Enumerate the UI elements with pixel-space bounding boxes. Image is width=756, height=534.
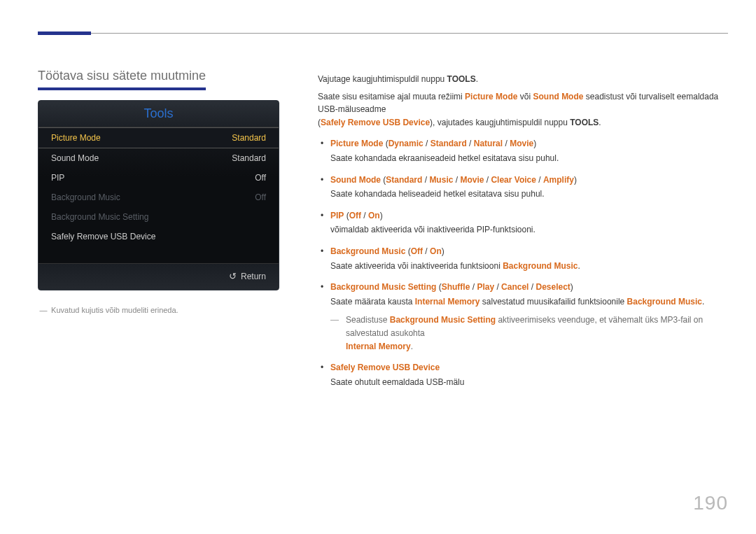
caption-text: Kuvatud kujutis võib mudeliti erineda. (51, 306, 178, 314)
section-title: Töötava sisu sätete muutmine (38, 69, 206, 90)
menu-row-label: PIP (51, 173, 64, 183)
return-icon: ↻ (229, 271, 237, 281)
right-column: Vajutage kaugjuhtimispuldil nuppu TOOLS.… (318, 73, 728, 388)
menu-row-label: Background Music (51, 192, 120, 202)
menu-row-value: Standard (232, 153, 266, 163)
panel-footer: ↻ Return (38, 263, 279, 290)
tools-panel: Tools Picture Mode Standard Sound Mode S… (38, 100, 279, 290)
menu-row-value: Standard (232, 133, 266, 143)
menu-row-sound-mode[interactable]: Sound Mode Standard (38, 148, 279, 168)
top-divider (38, 33, 728, 34)
menu-row-picture-mode[interactable]: Picture Mode Standard (38, 127, 279, 148)
menu-row-label: Background Music Setting (51, 212, 148, 222)
menu-row-pip[interactable]: PIP Off (38, 168, 279, 188)
menu-row-safely-remove-usb[interactable]: Safely Remove USB Device (38, 227, 279, 246)
page-number: 190 (693, 492, 728, 514)
feature-background-music-setting: Background Music Setting (Shuffle / Play… (318, 281, 728, 353)
caption-dash: ― (38, 306, 49, 314)
image-caption: ― Kuvatud kujutis võib mudeliti erineda. (38, 306, 279, 314)
menu-row-value: Off (255, 192, 266, 202)
menu-row-label: Safely Remove USB Device (51, 232, 155, 241)
left-column: Töötava sisu sätete muutmine Tools Pictu… (38, 69, 279, 314)
menu-row-background-music-setting: Background Music Setting (38, 207, 279, 227)
menu-row-label: Picture Mode (51, 133, 101, 143)
menu-row-background-music: Background Music Off (38, 188, 279, 207)
intro-line-1: Vajutage kaugjuhtimispuldil nuppu TOOLS. (318, 73, 728, 86)
panel-title: Tools (38, 101, 279, 127)
note: Seadistuse Background Music Setting akti… (330, 314, 728, 353)
feature-safely-remove-usb: Safely Remove USB Device Saate ohutult e… (318, 361, 728, 388)
top-accent (38, 31, 91, 35)
menu-row-value: Off (255, 173, 266, 183)
intro-line-2: Saate sisu esitamise ajal muuta režiimi … (318, 90, 728, 129)
return-label[interactable]: Return (241, 272, 266, 281)
feature-picture-mode: Picture Mode (Dynamic / Standard / Natur… (318, 137, 728, 164)
feature-background-music: Background Music (Off / On) Saate aktive… (318, 245, 728, 272)
feature-list: Picture Mode (Dynamic / Standard / Natur… (318, 137, 728, 388)
menu-row-label: Sound Mode (51, 153, 99, 163)
feature-sound-mode: Sound Mode (Standard / Music / Movie / C… (318, 174, 728, 201)
feature-pip: PIP (Off / On) võimaldab aktiveerida või… (318, 209, 728, 237)
